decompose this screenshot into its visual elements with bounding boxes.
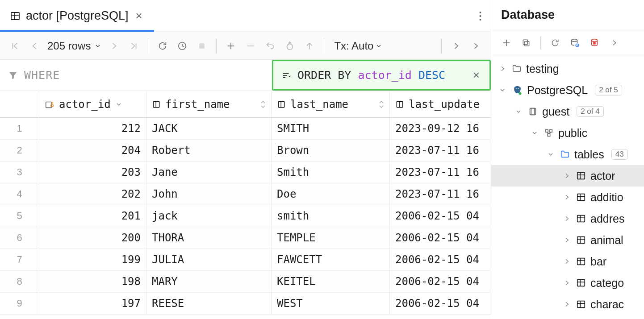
reload-icon[interactable]: [153, 36, 172, 56]
table-icon: [10, 11, 21, 21]
cell-first-name[interactable]: THORA: [146, 227, 272, 249]
chevron-down-icon[interactable]: [514, 108, 523, 115]
cell-last-name[interactable]: KEITEL: [272, 271, 390, 292]
cell-last-update[interactable]: 2023-07-11 16: [390, 140, 490, 161]
cell-last-update[interactable]: 2006-02-15 04: [390, 249, 490, 270]
cell-first-name[interactable]: MARY: [146, 271, 272, 292]
chevron-right-icon[interactable]: [562, 258, 572, 265]
where-filter[interactable]: WHERE: [0, 60, 272, 91]
refresh-icon[interactable]: [546, 34, 564, 52]
cell-first-name[interactable]: JACK: [146, 118, 272, 139]
datasource-settings-icon[interactable]: [566, 34, 584, 52]
tree-item[interactable]: addres: [491, 208, 644, 229]
tree-item[interactable]: animal: [491, 229, 644, 251]
tree-item[interactable]: bar: [491, 251, 644, 272]
cell-last-update[interactable]: 2006-02-15 04: [390, 293, 490, 314]
sort-icon: [281, 70, 291, 80]
clock-icon[interactable]: [172, 36, 192, 56]
cell-actor-id[interactable]: 197: [39, 293, 146, 314]
database-panel: Database testingPostgreSQL2 of 5guest2 o…: [491, 0, 644, 319]
table-row[interactable]: 7199JULIAFAWCETT2006-02-15 04: [0, 249, 491, 271]
cell-last-name[interactable]: Brown: [272, 140, 390, 161]
cell-last-update[interactable]: 2023-07-11 16: [390, 162, 490, 183]
chevron-down-icon[interactable]: [530, 129, 539, 137]
tree-item[interactable]: tables43: [491, 144, 644, 165]
order-by-filter[interactable]: ORDER BY actor_id DESC ×: [272, 60, 491, 91]
tree-item[interactable]: catego: [491, 272, 644, 294]
cell-last-name[interactable]: WEST: [272, 293, 390, 314]
tree-item[interactable]: additio: [491, 186, 644, 208]
sort-none-icon: [379, 100, 384, 108]
cell-first-name[interactable]: REESE: [146, 293, 272, 314]
table-row[interactable]: 2204RobertBrown2023-07-11 16: [0, 140, 491, 162]
table-row[interactable]: 6200THORATEMPLE2006-02-15 04: [0, 227, 491, 249]
add-row-icon[interactable]: [221, 36, 241, 56]
chevron-down-icon[interactable]: [546, 151, 556, 158]
cell-actor-id[interactable]: 202: [39, 183, 146, 205]
table-row[interactable]: 4202JohnDoe2023-07-11 16: [0, 183, 491, 205]
table-row[interactable]: 8198MARYKEITEL2006-02-15 04: [0, 271, 491, 293]
table-row[interactable]: 1212JACKSMITH2023-09-12 16: [0, 118, 491, 140]
cell-last-name[interactable]: Doe: [272, 183, 390, 205]
tree-item[interactable]: testing: [491, 58, 644, 79]
cell-first-name[interactable]: jack: [146, 205, 272, 227]
chevron-right-icon[interactable]: [562, 194, 572, 201]
table-row[interactable]: 9197REESEWEST2006-02-15 04: [0, 293, 491, 315]
column-header-last-name[interactable]: last_name: [272, 91, 390, 117]
cell-first-name[interactable]: Robert: [146, 140, 272, 161]
chevron-right-icon[interactable]: [498, 65, 507, 72]
cell-actor-id[interactable]: 200: [39, 227, 146, 249]
tab-more-button[interactable]: [469, 0, 491, 32]
copy-icon[interactable]: [517, 34, 535, 52]
cell-last-name[interactable]: FAWCETT: [272, 249, 390, 270]
cell-last-update[interactable]: 2006-02-15 04: [390, 227, 490, 249]
svg-point-35: [577, 45, 577, 46]
clear-order-icon[interactable]: ×: [471, 68, 481, 82]
cell-actor-id[interactable]: 212: [39, 118, 146, 139]
column-header-last-update[interactable]: last_update: [390, 91, 490, 117]
cell-last-name[interactable]: Smith: [272, 162, 390, 183]
rows-dropdown[interactable]: 205 rows: [45, 40, 104, 52]
row-number: 1: [0, 118, 39, 139]
cell-last-name[interactable]: TEMPLE: [272, 227, 390, 249]
chevron-right-icon[interactable]: [562, 279, 572, 286]
more-tools-icon[interactable]: [605, 34, 623, 52]
add-datasource-icon[interactable]: [498, 34, 515, 52]
cell-last-update[interactable]: 2023-07-11 16: [390, 183, 490, 205]
toolbar-expand-next-icon[interactable]: [466, 36, 485, 56]
tree-item[interactable]: charac: [491, 294, 644, 315]
chevron-right-icon[interactable]: [562, 215, 572, 222]
tab-title: actor [PostgreSQL]: [26, 9, 129, 23]
chevron-down-icon[interactable]: [498, 87, 507, 94]
cell-last-update[interactable]: 2006-02-15 04: [390, 271, 490, 292]
cell-actor-id[interactable]: 199: [39, 249, 146, 270]
cell-actor-id[interactable]: 203: [39, 162, 146, 183]
cell-last-update[interactable]: 2006-02-15 04: [390, 205, 490, 227]
cell-first-name[interactable]: John: [146, 183, 272, 205]
cell-first-name[interactable]: Jane: [146, 162, 272, 183]
cell-first-name[interactable]: JULIA: [146, 249, 272, 270]
table-row[interactable]: 3203JaneSmith2023-07-11 16: [0, 162, 491, 183]
tab-actor[interactable]: actor [PostgreSQL] ×: [0, 0, 154, 32]
column-header-first-name[interactable]: first_name: [146, 91, 272, 117]
cell-last-name[interactable]: SMITH: [272, 118, 390, 139]
cell-actor-id[interactable]: 204: [39, 140, 146, 161]
toolbar-expand-prev-icon[interactable]: [446, 36, 466, 56]
cell-actor-id[interactable]: 198: [39, 271, 146, 292]
stop-connection-icon[interactable]: [585, 34, 603, 52]
column-header-actor-id[interactable]: actor_id: [39, 91, 146, 117]
tree-item[interactable]: actor: [491, 165, 644, 186]
chevron-right-icon[interactable]: [562, 236, 572, 244]
table-row[interactable]: 5201jacksmith2006-02-15 04: [0, 205, 491, 227]
cell-last-name[interactable]: smith: [272, 205, 390, 227]
chevron-right-icon[interactable]: [562, 301, 572, 308]
chevron-right-icon[interactable]: [562, 172, 572, 179]
tx-mode-dropdown[interactable]: Tx: Auto: [329, 40, 388, 52]
cell-actor-id[interactable]: 201: [39, 205, 146, 227]
tree-item[interactable]: guest2 of 4: [491, 101, 644, 122]
cell-last-update[interactable]: 2023-09-12 16: [390, 118, 490, 139]
tree-item[interactable]: PostgreSQL2 of 5: [491, 79, 644, 101]
tab-close-icon[interactable]: ×: [134, 9, 144, 23]
tree-item[interactable]: public: [491, 122, 644, 144]
svg-rect-41: [530, 108, 536, 115]
